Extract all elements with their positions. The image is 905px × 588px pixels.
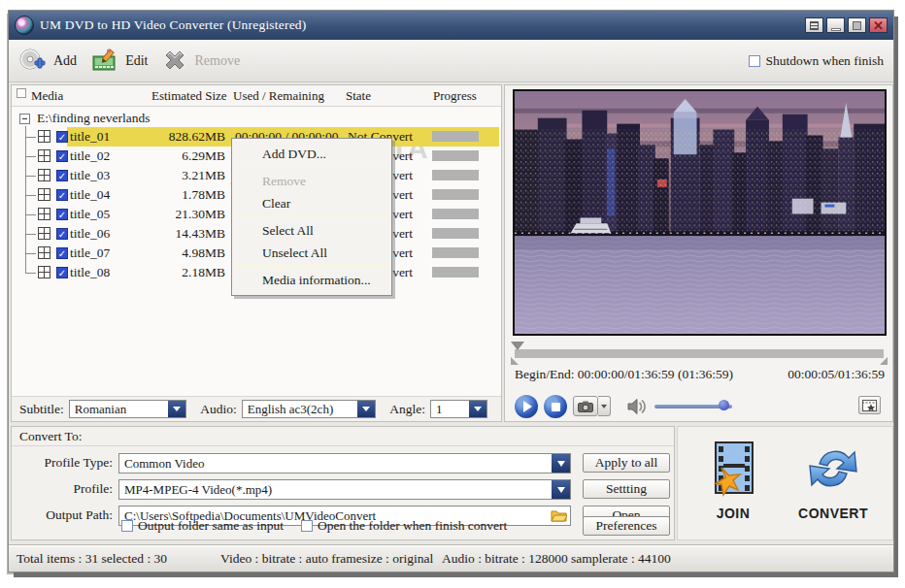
progress-bar [432, 209, 479, 219]
chevron-down-icon[interactable] [552, 454, 570, 473]
profile-type-label: Profile Type: [12, 455, 113, 471]
output-same-as-input[interactable]: Output folder same as input [121, 518, 284, 534]
filmstrip-star-icon [708, 441, 758, 497]
snapshot-dropdown[interactable] [598, 396, 611, 416]
column-used-remaining[interactable]: Used / Remaining [233, 88, 324, 104]
chevron-down-icon[interactable] [168, 401, 185, 417]
position-marker[interactable] [511, 342, 524, 357]
add-button[interactable]: Add [18, 49, 77, 74]
close-button[interactable]: ✕ [869, 17, 888, 33]
menu-item-select-all[interactable]: Select All [233, 219, 390, 242]
menu-item-media-information[interactable]: Media information... [233, 269, 390, 291]
stop-button[interactable] [544, 395, 567, 418]
preview-panel: Begin/End: 00:00:00/01:36:59 (01:36:59) … [504, 84, 893, 422]
join-button[interactable]: JOIN [699, 441, 767, 521]
trim-end-marker[interactable] [880, 357, 888, 365]
row-checkbox[interactable]: ✓ [56, 247, 68, 259]
output-options-row: Output folder same as input Open the fol… [12, 518, 674, 538]
title-grid-icon [38, 169, 50, 181]
chevron-down-icon[interactable] [357, 401, 375, 417]
title-grid-icon [38, 227, 50, 240]
maximize-button[interactable] [848, 17, 866, 33]
add-disc-icon [18, 49, 48, 74]
city-skyline-frame [515, 91, 885, 334]
stop-icon [552, 403, 560, 411]
tree-root-row[interactable]: E:\finding neverlands [12, 109, 501, 128]
speaker-icon[interactable] [627, 398, 649, 415]
volume-handle[interactable] [719, 400, 729, 410]
minimize-button[interactable] [826, 17, 845, 33]
chevron-down-icon[interactable] [552, 480, 570, 499]
trim-begin-marker[interactable] [511, 357, 519, 365]
select-all-checkbox[interactable] [17, 88, 26, 98]
row-checkbox[interactable]: ✓ [56, 150, 68, 162]
apply-to-all-button[interactable]: Apply to all [583, 453, 670, 473]
angle-label: Angle: [389, 402, 425, 417]
maximize-icon [853, 21, 861, 30]
remove-button[interactable]: Remove [161, 49, 240, 74]
audio-select[interactable]: English ac3(2ch) [242, 400, 377, 418]
seek-track[interactable] [515, 349, 884, 358]
preferences-button[interactable]: Preferences [583, 516, 670, 536]
fullscreen-button[interactable] [858, 396, 881, 414]
shutdown-checkbox[interactable] [749, 55, 760, 67]
progress-bar [432, 170, 479, 180]
subtitle-select[interactable]: Romanian [69, 400, 187, 418]
row-checkbox[interactable]: ✓ [56, 267, 68, 278]
edit-button[interactable]: Edit [90, 49, 148, 74]
progress-bar [432, 189, 479, 200]
profile-type-select[interactable]: Common Video [118, 453, 571, 474]
chevron-down-icon[interactable] [469, 401, 486, 417]
row-checkbox[interactable]: ✓ [56, 228, 68, 240]
title-grid-icon [38, 266, 50, 278]
menu-item-add-dvd[interactable]: Add DVD... [233, 143, 390, 165]
progress-bar [432, 247, 479, 258]
column-estimated-size[interactable]: Estimated Size [151, 88, 227, 104]
title-grid-icon [38, 188, 50, 201]
convert-arrows-icon [804, 441, 862, 497]
convert-button[interactable]: CONVERT [785, 441, 882, 521]
remove-x-icon [161, 49, 188, 74]
minimize-icon [831, 28, 841, 31]
open-folder-checkbox[interactable] [301, 520, 313, 532]
profile-select[interactable]: MP4-MPEG-4 Video(*.mp4) [118, 479, 571, 500]
menu-item-unselect-all[interactable]: Unselect All [233, 242, 390, 264]
play-icon [523, 401, 532, 412]
title-grid-icon [38, 208, 50, 220]
shutdown-label: Shutdown when finish [766, 53, 885, 69]
row-checkbox[interactable]: ✓ [56, 189, 68, 201]
playback-controls [513, 394, 885, 421]
menu-icon [810, 21, 819, 30]
edit-film-icon [90, 49, 119, 74]
status-total-items: Total items : 31 selected : 30 [17, 551, 167, 567]
output-same-checkbox[interactable] [121, 520, 133, 532]
progress-bar [432, 150, 479, 161]
title-grid-icon [38, 246, 50, 259]
row-checkbox[interactable]: ✓ [56, 209, 68, 220]
collapse-icon[interactable] [19, 114, 30, 124]
play-button[interactable] [515, 395, 538, 418]
titlebar: UM DVD to HD Video Converter (Unregister… [9, 11, 893, 40]
column-state[interactable]: State [346, 88, 371, 104]
progress-bar [432, 131, 479, 142]
disc-label: E:\finding neverlands [37, 111, 151, 126]
menu-separator [235, 266, 388, 267]
row-checkbox[interactable]: ✓ [56, 131, 68, 143]
window-title: UM DVD to HD Video Converter (Unregister… [40, 17, 306, 33]
toolbar: Add Edit Remove Shutdown when fini [9, 40, 893, 82]
progress-bar [432, 267, 479, 278]
row-checkbox[interactable]: ✓ [56, 170, 68, 181]
window-menu-button[interactable] [805, 17, 823, 33]
column-progress[interactable]: Progress [433, 88, 477, 104]
angle-select[interactable]: 1 [430, 400, 487, 418]
snapshot-button[interactable] [573, 396, 598, 416]
menu-item-clear[interactable]: Clear [233, 192, 390, 214]
actions-panel: JOIN CONVERT [677, 426, 893, 540]
setting-button[interactable]: Settting [583, 479, 670, 499]
seek-bar[interactable] [511, 343, 888, 361]
menu-item-remove: Remove [233, 170, 390, 192]
close-icon: ✕ [873, 19, 884, 32]
shutdown-when-finish[interactable]: Shutdown when finish [749, 53, 885, 69]
column-media[interactable]: Media [31, 88, 63, 104]
open-folder-when-finish[interactable]: Open the folder when finish convert [301, 518, 507, 534]
